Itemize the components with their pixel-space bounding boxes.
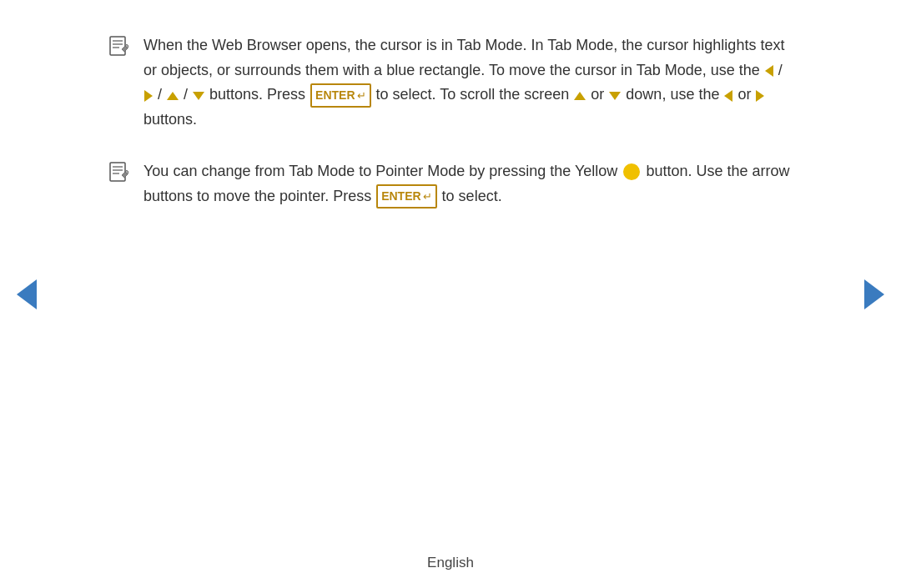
note-icon-2 <box>108 161 132 184</box>
arrow-left-icon <box>765 65 773 77</box>
language-label: English <box>427 555 474 570</box>
yellow-button-icon <box>623 163 640 180</box>
paragraph-1-text: When the Web Browser opens, the cursor i… <box>143 33 793 133</box>
arrow-down-icon-2 <box>609 92 621 100</box>
enter-key-icon-2: ENTER ↵ <box>376 184 436 209</box>
svg-rect-0 <box>110 37 125 55</box>
arrow-right-icon <box>144 90 153 102</box>
footer: English <box>0 555 901 571</box>
paragraph-2-text: You can change from Tab Mode to Pointer … <box>143 159 793 209</box>
paragraph-2: You can change from Tab Mode to Pointer … <box>108 159 793 209</box>
arrow-left-icon-2 <box>724 90 732 102</box>
paragraph-1: When the Web Browser opens, the cursor i… <box>108 33 793 133</box>
arrow-up-icon <box>167 92 179 100</box>
arrow-down-icon <box>193 92 204 100</box>
nav-previous-button[interactable] <box>17 279 37 309</box>
enter-key-icon: ENTER ↵ <box>310 83 370 108</box>
nav-next-button[interactable] <box>864 279 884 309</box>
main-content: When the Web Browser opens, the cursor i… <box>42 0 859 209</box>
svg-rect-4 <box>110 163 125 181</box>
arrow-right-icon-2 <box>756 90 764 102</box>
arrow-up-icon-2 <box>574 92 586 100</box>
note-icon-1 <box>108 35 132 58</box>
